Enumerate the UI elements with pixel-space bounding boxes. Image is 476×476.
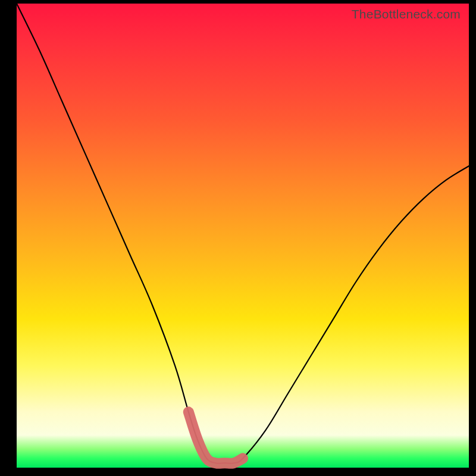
plot-area: TheBottleneck.com: [17, 4, 469, 468]
bottleneck-curve: [17, 4, 469, 464]
chart-frame: TheBottleneck.com: [0, 0, 476, 476]
optimum-highlight: [189, 412, 243, 463]
curve-svg: [17, 4, 469, 468]
